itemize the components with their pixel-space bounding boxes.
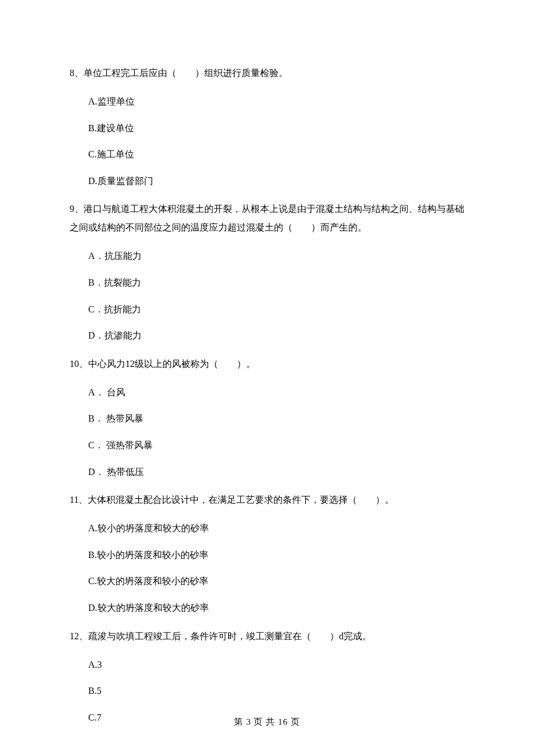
question-text: 9、港口与航道工程大体积混凝土的开裂，从根本上说是由于混凝土结构与结构之间、结构… — [70, 200, 464, 237]
question-text: 12、疏浚与吹填工程竣工后，条件许可时，竣工测量宜在（ ）d完成。 — [70, 627, 464, 646]
question-text: 10、中心风力12级以上的风被称为（ ）。 — [70, 355, 464, 373]
option-d: D．抗渗能力 — [70, 328, 464, 343]
question-12: 12、疏浚与吹填工程竣工后，条件许可时，竣工测量宜在（ ）d完成。 A.3 B.… — [70, 627, 464, 725]
option-c: C．抗折能力 — [70, 302, 464, 317]
option-b: B．抗裂能力 — [70, 275, 464, 290]
option-a: A.较小的坍落度和较大的砂率 — [70, 521, 464, 536]
option-b: B.建设单位 — [70, 121, 464, 136]
option-d: D． 热带低压 — [70, 465, 464, 480]
option-b: B． 热带风暴 — [70, 411, 464, 426]
option-b: B.5 — [70, 683, 464, 699]
question-text: 8、单位工程完工后应由（ ）组织进行质量检验。 — [70, 64, 464, 82]
option-b: B.较小的坍落度和较小的砂率 — [70, 548, 464, 563]
option-d: D.质量监督部门 — [70, 174, 464, 189]
question-11: 11、大体积混凝土配合比设计中，在满足工艺要求的条件下，要选择（ ）。 A.较小… — [70, 491, 464, 615]
document-content: 8、单位工程完工后应由（ ）组织进行质量检验。 A.监理单位 B.建设单位 C.… — [0, 0, 534, 725]
option-c: C.施工单位 — [70, 147, 464, 162]
option-a: A.监理单位 — [70, 94, 464, 109]
question-10: 10、中心风力12级以上的风被称为（ ）。 A． 台风 B． 热带风暴 C． 强… — [70, 355, 464, 479]
option-c: C． 强热带风暴 — [70, 438, 464, 453]
question-text: 11、大体积混凝土配合比设计中，在满足工艺要求的条件下，要选择（ ）。 — [70, 491, 464, 509]
question-8: 8、单位工程完工后应由（ ）组织进行质量检验。 A.监理单位 B.建设单位 C.… — [70, 64, 464, 188]
option-a: A.3 — [70, 657, 464, 672]
question-9: 9、港口与航道工程大体积混凝土的开裂，从根本上说是由于混凝土结构与结构之间、结构… — [70, 200, 464, 343]
page-footer: 第 3 页 共 16 页 — [0, 715, 534, 729]
option-a: A． 台风 — [70, 385, 464, 400]
option-c: C.较大的坍落度和较小的砂率 — [70, 574, 464, 589]
option-d: D.较大的坍落度和较大的砂率 — [70, 600, 464, 615]
option-a: A．抗压能力 — [70, 249, 464, 264]
